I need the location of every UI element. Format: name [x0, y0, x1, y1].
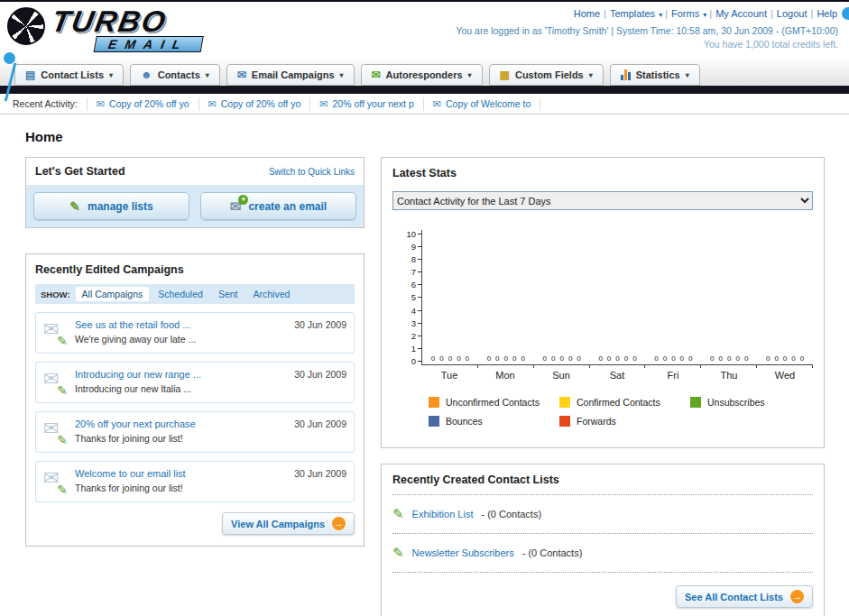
- nav-statistics[interactable]: Statistics ▾: [610, 64, 700, 86]
- pencil-icon: ✎: [57, 433, 68, 447]
- logo-subtitle: EMAIL: [94, 36, 204, 52]
- nav-label: Contact Lists: [41, 69, 104, 80]
- campaign-title-link[interactable]: See us at the retail food ...: [75, 319, 286, 330]
- link-logout[interactable]: Logout: [777, 8, 807, 19]
- view-all-campaigns-label: View All Campaigns: [231, 519, 325, 529]
- contact-lists-panel: Recently Created Contact Lists ✎ Exhibit…: [381, 464, 825, 616]
- page-title: Home: [25, 129, 824, 144]
- campaign-edit-icon: ✉ ✎: [43, 369, 67, 396]
- chart-value-labels: 00000: [422, 354, 478, 363]
- chevron-down-icon: ▾: [686, 71, 689, 79]
- nav-label: Email Campaigns: [252, 69, 335, 80]
- y-axis-tick: 9: [411, 243, 421, 251]
- nav-email-campaigns[interactable]: ✉ Email Campaigns ▾: [226, 64, 355, 86]
- recent-activity-link[interactable]: Copy of 20% off yo: [109, 98, 189, 109]
- campaign-title-link[interactable]: Introducing our new range ...: [75, 369, 286, 380]
- campaign-edit-icon: ✉ ✎: [43, 319, 67, 346]
- contact-list-link[interactable]: Newsletter Subscribers: [412, 547, 514, 558]
- recent-activity-link[interactable]: Copy of Welcome to: [446, 98, 531, 109]
- dotted-divider: [392, 494, 813, 495]
- nav-divider-bar: [0, 86, 849, 94]
- get-started-panel: Let's Get Started Switch to Quick Links …: [25, 157, 365, 228]
- chart-y-axis: 109876543210: [398, 230, 421, 365]
- stats-period-select[interactable]: Contact Activity for the Last 7 Days: [392, 191, 813, 210]
- separator: |: [771, 8, 773, 19]
- x-axis-label: Mon: [477, 370, 533, 381]
- left-column: Let's Get Started Switch to Quick Links …: [25, 157, 365, 547]
- legend-item: Confirmed Contacts: [559, 397, 690, 408]
- page: TURBO EMAIL Home|Templates ▾|Forms ▾|My …: [0, 0, 849, 616]
- tab-scheduled[interactable]: Scheduled: [152, 287, 209, 301]
- chart-value-labels: 00000: [590, 354, 646, 363]
- tab-archived[interactable]: Archived: [246, 287, 296, 301]
- nav-label: Custom Fields: [515, 69, 584, 80]
- chevron-down-icon: ▾: [659, 11, 662, 19]
- y-axis-tick: 4: [411, 307, 421, 315]
- stats-chart: 109876543210 000000000000000000000000000…: [392, 230, 813, 435]
- recent-activity-item: ✉ Copy of Welcome to: [424, 97, 541, 111]
- nav-contact-lists[interactable]: ▤ Contact Lists ▾: [14, 64, 124, 86]
- arrow-right-icon: →: [332, 517, 346, 530]
- link-home[interactable]: Home: [574, 8, 600, 19]
- recent-activity-link[interactable]: Copy of 20% off yo: [221, 98, 301, 109]
- chart-x-axis: TueMonSunSatFriThuWed: [421, 370, 813, 381]
- contact-list-row: ✎ Exhibition List - (0 Contacts): [392, 501, 813, 527]
- logo-title: TURBO: [50, 7, 208, 36]
- create-email-button[interactable]: ✉ + create an email: [200, 192, 356, 220]
- chart-group: 00000: [534, 230, 590, 364]
- nav-custom-fields[interactable]: ▦ Custom Fields ▾: [489, 64, 604, 86]
- nav-contacts[interactable]: ☻ Contacts ▾: [130, 64, 220, 86]
- legend-label: Bounces: [446, 416, 483, 427]
- switch-quick-links-link[interactable]: Switch to Quick Links: [269, 167, 355, 177]
- arrow-right-icon: →: [790, 590, 804, 603]
- tab-sent[interactable]: Sent: [212, 287, 245, 301]
- link-forms[interactable]: Forms: [671, 8, 699, 19]
- y-axis-tick: 8: [411, 255, 421, 263]
- campaign-subtitle: Thanks for joining our list!: [75, 483, 183, 493]
- chevron-down-icon: ▾: [589, 71, 593, 79]
- header-accent-dot: [842, 7, 849, 20]
- campaign-date: 30 Jun 2009: [294, 468, 346, 495]
- view-all-campaigns-button[interactable]: View All Campaigns →: [222, 512, 355, 535]
- link-my-account[interactable]: My Account: [715, 8, 767, 19]
- legend-swatch: [559, 397, 570, 408]
- link-help[interactable]: Help: [817, 8, 837, 19]
- pencil-icon: ✎: [392, 506, 404, 522]
- autoresponders-icon: ✉: [372, 69, 381, 80]
- nav-autoresponders[interactable]: ✉ Autoresponders ▾: [361, 64, 483, 86]
- chart-legend: Unconfirmed ContactsConfirmed ContactsUn…: [429, 397, 826, 435]
- campaign-row: ✉ ✎ 20% off your next purchase Thanks fo…: [35, 411, 355, 453]
- get-started-title: Let's Get Started: [35, 165, 125, 178]
- y-axis-tick: 1: [411, 345, 421, 353]
- recent-activity-link[interactable]: 20% off your next p: [333, 98, 414, 109]
- manage-lists-button[interactable]: ✎ manage lists: [33, 192, 189, 220]
- chart-value-labels: 00000: [701, 354, 757, 363]
- separator: |: [604, 8, 606, 19]
- campaign-edit-icon: ✉ ✎: [43, 468, 67, 495]
- campaign-title-link[interactable]: Welcome to our email list: [75, 468, 286, 479]
- header: TURBO EMAIL Home|Templates ▾|Forms ▾|My …: [0, 2, 849, 60]
- contacts-icon: ☻: [141, 69, 152, 80]
- campaign-subtitle: Introducing our new Italia ...: [75, 383, 191, 394]
- chart-plot-area: 00000000000000000000000000000000000: [421, 230, 813, 365]
- y-axis-tick: 0: [411, 357, 421, 365]
- see-all-contact-lists-button[interactable]: See All Contact Lists →: [676, 585, 813, 608]
- nav-label: Autoresponders: [386, 69, 463, 80]
- x-axis-label: Sun: [533, 370, 589, 381]
- right-column: Latest Stats Contact Activity for the La…: [381, 157, 825, 616]
- tab-all-campaigns[interactable]: All Campaigns: [76, 287, 150, 301]
- chart-group: 00000: [757, 230, 813, 364]
- chevron-down-icon: ▾: [468, 71, 472, 79]
- link-templates[interactable]: Templates: [610, 8, 655, 19]
- campaign-title-link[interactable]: 20% off your next purchase: [75, 418, 286, 429]
- legend-label: Forwards: [577, 416, 616, 427]
- plus-icon: +: [238, 195, 248, 205]
- legend-item: Unconfirmed Contacts: [429, 397, 559, 408]
- contact-list-link[interactable]: Exhibition List: [412, 509, 474, 519]
- main-nav: ▤ Contact Lists ▾ ☻ Contacts ▾ ✉ Email C…: [0, 60, 849, 86]
- x-axis-label: Thu: [701, 370, 757, 381]
- y-axis-tick: 7: [411, 268, 421, 276]
- campaign-row: ✉ ✎ Introducing our new range ... Introd…: [35, 362, 355, 403]
- campaign-date: 30 Jun 2009: [294, 319, 346, 346]
- legend-item: Bounces: [429, 416, 559, 427]
